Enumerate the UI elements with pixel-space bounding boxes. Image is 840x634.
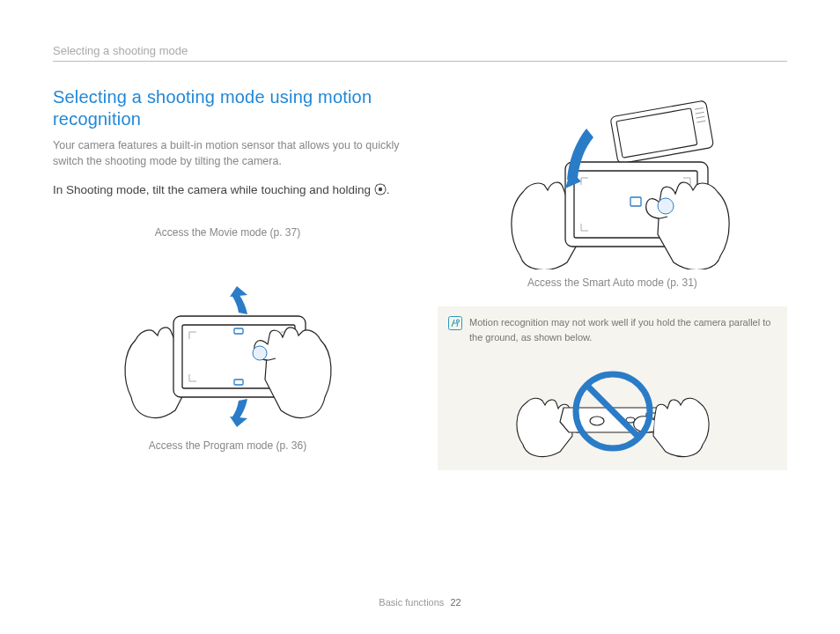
footer-page-number: 22 (450, 597, 461, 608)
instruction-text: In Shooting mode, tilt the camera while … (53, 181, 402, 199)
footer-section: Basic functions (379, 597, 444, 608)
instruction-pre: In Shooting mode, tilt the camera while … (53, 183, 374, 196)
left-column: Selecting a shooting mode using motion r… (53, 86, 402, 470)
illustration-tilt-side (481, 93, 745, 269)
running-title: Selecting a shooting mode (53, 44, 787, 57)
svg-point-16 (658, 198, 674, 214)
note-icon (448, 316, 462, 330)
section-title: Selecting a shooting mode using motion r… (53, 86, 402, 130)
instruction-post: . (387, 183, 390, 196)
note-box: Motion recognition may not work well if … (438, 306, 787, 470)
smartauto-mode-caption: Access the Smart Auto mode (p. 31) (438, 276, 787, 289)
program-mode-caption: Access the Program mode (p. 36) (53, 439, 402, 452)
figure-tilt-side: Access the Smart Auto mode (p. 31) (438, 93, 787, 289)
intro-text: Your camera features a built-in motion s… (53, 137, 402, 169)
svg-point-18 (590, 417, 604, 425)
note-text: Motion recognition may not work well if … (469, 315, 777, 344)
figure-tilt-vertical: Access the Movie mode (p. 37) (53, 226, 402, 452)
illustration-tilt-vertical (105, 247, 351, 432)
movie-mode-caption: Access the Movie mode (p. 37) (53, 226, 402, 239)
motion-mode-icon (374, 183, 387, 195)
figure-prohibited (448, 351, 777, 461)
content-columns: Selecting a shooting mode using motion r… (53, 86, 787, 470)
page-footer: Basic functions 22 (0, 597, 840, 608)
svg-point-1 (379, 188, 382, 191)
svg-point-6 (253, 346, 267, 360)
illustration-prohibited (498, 357, 727, 458)
right-column: Access the Smart Auto mode (p. 31) Motio… (438, 86, 787, 470)
page-header: Selecting a shooting mode (53, 44, 787, 62)
